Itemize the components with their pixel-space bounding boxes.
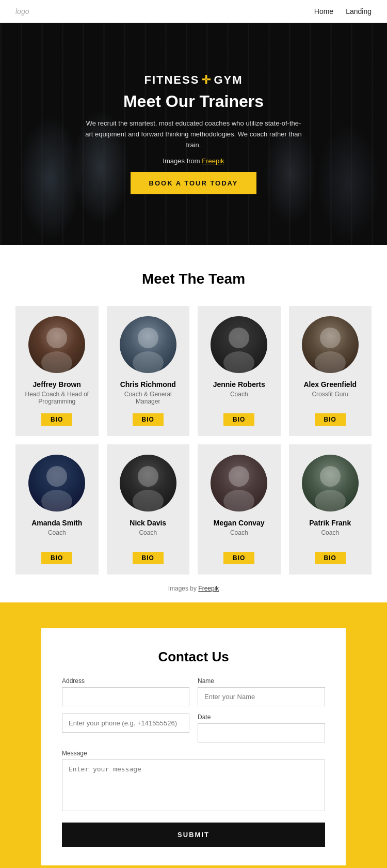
member-role: Coach — [230, 391, 248, 407]
team-avatar — [120, 316, 176, 373]
date-group: Date — [198, 714, 325, 742]
hero-description: We recruit the smartest, most educated c… — [85, 118, 302, 150]
svg-point-10 — [138, 466, 158, 487]
member-role: Head Coach & Head of Programming — [23, 391, 91, 407]
member-name: Chris Richmond — [120, 380, 176, 389]
name-input[interactable] — [198, 687, 325, 706]
member-role: Coach — [139, 529, 157, 546]
team-avatar — [302, 455, 359, 512]
team-card: Jennie Roberts Coach BIO — [198, 306, 281, 436]
team-avatar — [28, 316, 85, 373]
hero-content: FITNESS✛GYM Meet Our Trainers We recruit… — [44, 73, 343, 194]
bio-button[interactable]: BIO — [133, 413, 164, 426]
bio-button[interactable]: BIO — [223, 413, 254, 426]
nav-home[interactable]: Home — [314, 7, 333, 16]
hero-cta-button[interactable]: BOOK A TOUR TODAY — [131, 172, 257, 194]
bio-button[interactable]: BIO — [41, 552, 72, 564]
date-label: Date — [198, 714, 325, 721]
hero-section: FITNESS✛GYM Meet Our Trainers We recruit… — [0, 23, 387, 245]
message-label: Message — [62, 750, 325, 757]
team-card: Megan Convay Coach BIO — [198, 444, 281, 575]
submit-button[interactable]: SUBMIT — [62, 823, 325, 847]
team-card: Nick Davis Coach BIO — [107, 444, 190, 575]
member-name: Amanda Smith — [31, 519, 82, 527]
svg-point-7 — [315, 351, 346, 373]
member-name: Megan Convay — [214, 519, 265, 527]
contact-card: Contact Us Address Name Date Message — [41, 628, 346, 865]
navbar: logo Home Landing — [0, 0, 387, 23]
member-role: Coach — [48, 529, 66, 546]
bio-button[interactable]: BIO — [223, 552, 254, 564]
member-name: Alex Greenfield — [303, 380, 357, 389]
bio-button[interactable]: BIO — [41, 413, 72, 426]
team-avatar — [302, 316, 359, 373]
svg-point-3 — [133, 351, 164, 373]
svg-point-0 — [46, 328, 67, 348]
nav-landing[interactable]: Landing — [346, 7, 372, 16]
message-group: Message — [62, 750, 325, 811]
team-avatar — [120, 455, 176, 512]
form-row-1: Address Name — [62, 677, 325, 706]
team-freepik: Images by Freepik — [15, 585, 372, 592]
member-role: Coach — [321, 529, 339, 546]
nav-links: Home Landing — [314, 7, 372, 16]
address-input[interactable] — [62, 687, 189, 706]
form-row-2: Date — [62, 714, 325, 742]
team-card: Alex Greenfield Crossfit Guru BIO — [289, 306, 372, 436]
contact-title: Contact Us — [62, 649, 325, 665]
phone-input[interactable] — [62, 714, 189, 733]
member-name: Jeffrey Brown — [33, 380, 81, 389]
team-avatar — [28, 455, 85, 512]
hero-freepik: Images from Freepik — [85, 156, 302, 167]
team-card: Patrik Frank Coach BIO — [289, 444, 372, 575]
gym-logo: FITNESS✛GYM — [85, 73, 302, 87]
team-section: Meet The Team Jeffrey Brown Head Coach &… — [0, 245, 387, 602]
member-role: Crossfit Guru — [312, 391, 348, 407]
bio-button[interactable]: BIO — [315, 413, 346, 426]
svg-point-14 — [320, 466, 341, 487]
member-name: Nick Davis — [130, 519, 166, 527]
gym-name: FITNESS✛GYM — [144, 73, 243, 86]
hero-title: Meet Our Trainers — [85, 92, 302, 111]
team-avatar — [211, 316, 267, 373]
contact-section: Contact Us Address Name Date Message — [0, 602, 387, 868]
team-card: Jeffrey Brown Head Coach & Head of Progr… — [15, 306, 99, 436]
svg-point-6 — [320, 328, 341, 348]
svg-point-11 — [133, 490, 164, 512]
name-label: Name — [198, 677, 325, 685]
bio-button[interactable]: BIO — [133, 552, 164, 564]
svg-point-1 — [41, 351, 72, 373]
message-input[interactable] — [62, 760, 325, 811]
nav-logo: logo — [15, 7, 29, 16]
member-name: Jennie Roberts — [213, 380, 265, 389]
svg-point-5 — [223, 351, 254, 373]
team-avatar — [211, 455, 267, 512]
name-group: Name — [198, 677, 325, 706]
bio-button[interactable]: BIO — [315, 552, 346, 564]
svg-point-4 — [229, 328, 249, 348]
team-title: Meet The Team — [15, 271, 372, 287]
team-card: Amanda Smith Coach BIO — [15, 444, 99, 575]
svg-point-8 — [46, 466, 67, 487]
svg-point-13 — [223, 490, 254, 512]
svg-point-12 — [229, 466, 249, 487]
member-role: Coach & General Manager — [114, 391, 183, 407]
member-role: Coach — [230, 529, 248, 546]
address-group: Address — [62, 677, 189, 706]
phone-group — [62, 714, 189, 742]
svg-point-15 — [315, 490, 346, 512]
date-input[interactable] — [198, 723, 325, 742]
svg-point-2 — [138, 328, 158, 348]
svg-point-9 — [41, 490, 72, 512]
member-name: Patrik Frank — [309, 519, 351, 527]
address-label: Address — [62, 677, 189, 685]
team-grid: Jeffrey Brown Head Coach & Head of Progr… — [15, 306, 372, 575]
team-card: Chris Richmond Coach & General Manager B… — [107, 306, 190, 436]
